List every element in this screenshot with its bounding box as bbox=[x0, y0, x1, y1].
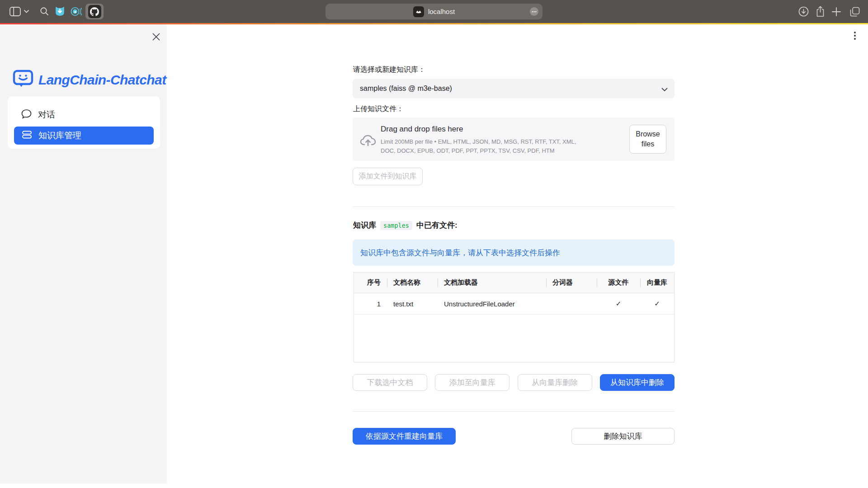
github-extension-button[interactable] bbox=[85, 4, 104, 19]
sidebar-item-label: 对话 bbox=[38, 109, 55, 121]
kb-select[interactable]: samples (faiss @ m3e-base) bbox=[353, 79, 675, 99]
add-files-to-kb-button[interactable]: 添加文件到知识库 bbox=[353, 168, 423, 185]
extension-cat-icon[interactable] bbox=[54, 5, 66, 18]
extension-circles-icon[interactable]: ★ bbox=[70, 5, 82, 18]
cell-index: 1 bbox=[354, 293, 387, 314]
browse-files-button[interactable]: Browse files bbox=[629, 125, 666, 154]
divider bbox=[353, 206, 675, 207]
kb-name-code: samples bbox=[380, 221, 412, 230]
delete-from-kb-button[interactable]: 从知识库中删除 bbox=[600, 374, 675, 391]
sidebar-nav: 对话 知识库管理 bbox=[8, 96, 160, 149]
github-icon bbox=[88, 5, 101, 18]
cell-name: test.txt bbox=[387, 293, 438, 314]
app-menu-kebab-icon[interactable] bbox=[850, 30, 860, 42]
dropzone-limit-text: Limit 200MB per file • EML, HTML, JSON, … bbox=[381, 137, 585, 155]
cell-source-check: ✓ bbox=[597, 293, 640, 314]
delete-kb-button[interactable]: 删除知识库 bbox=[571, 428, 675, 445]
address-bar[interactable]: localhost bbox=[326, 4, 542, 19]
remove-from-vector-store-button[interactable]: 从向量库删除 bbox=[518, 374, 592, 391]
dropzone-title: Drag and drop files here bbox=[381, 125, 463, 134]
app-logo: LangChain-Chatchat bbox=[13, 70, 166, 90]
col-header-name: 文档名称 bbox=[387, 272, 438, 293]
cell-vector-check: ✓ bbox=[640, 293, 674, 314]
files-heading: 知识库 samples 中已有文件: bbox=[353, 220, 458, 230]
sidebar-item-knowledge-base[interactable]: 知识库管理 bbox=[14, 127, 154, 145]
info-alert: 知识库中包含源文件与向量库，请从下表中选择文件后操作 bbox=[353, 239, 675, 266]
knowledge-base-icon bbox=[22, 130, 32, 142]
sidebar-item-label: 知识库管理 bbox=[38, 130, 81, 141]
files-heading-suffix: 中已有文件: bbox=[416, 220, 458, 230]
divider bbox=[353, 411, 675, 412]
logo-text: LangChain-Chatchat bbox=[38, 72, 166, 88]
svg-text:★: ★ bbox=[73, 10, 76, 14]
search-icon[interactable] bbox=[39, 6, 50, 17]
table-row[interactable]: 1 test.txt UnstructuredFileLoader ✓ ✓ bbox=[354, 293, 674, 314]
files-table-header: 序号 文档名称 文档加载器 分词器 源文件 向量库 bbox=[354, 272, 674, 293]
info-alert-text: 知识库中包含源文件与向量库，请从下表中选择文件后操作 bbox=[360, 248, 560, 258]
downloads-icon[interactable] bbox=[797, 0, 809, 23]
rebuild-vector-store-button[interactable]: 依据源文件重建向量库 bbox=[353, 428, 456, 445]
sidebar-close-button[interactable] bbox=[149, 30, 163, 43]
logo-chat-bubble-icon bbox=[13, 70, 33, 90]
chat-bubble-icon bbox=[21, 109, 32, 121]
file-action-buttons: 下载选中文档 添加至向量库 从向量库删除 从知识库中删除 bbox=[353, 374, 675, 391]
kb-select-label: 请选择或新建知识库： bbox=[353, 65, 425, 75]
chevron-down-icon[interactable] bbox=[24, 9, 29, 14]
col-header-source: 源文件 bbox=[597, 272, 640, 293]
url-text: localhost bbox=[428, 8, 455, 15]
cell-splitter bbox=[546, 293, 597, 314]
tab-overview-icon[interactable] bbox=[849, 0, 861, 23]
sidebar-item-chat[interactable]: 对话 bbox=[21, 107, 55, 122]
kb-select-value: samples (faiss @ m3e-base) bbox=[360, 84, 452, 93]
col-header-vector: 向量库 bbox=[640, 272, 674, 293]
files-table[interactable]: 序号 文档名称 文档加载器 分词器 源文件 向量库 1 test.txt Uns… bbox=[354, 272, 675, 362]
file-dropzone[interactable]: Drag and drop files here Limit 200MB per… bbox=[353, 117, 675, 161]
download-selected-button[interactable]: 下载选中文档 bbox=[353, 374, 427, 391]
chevron-down-icon bbox=[661, 85, 668, 94]
files-heading-prefix: 知识库 bbox=[353, 220, 376, 230]
col-header-index: 序号 bbox=[354, 272, 387, 293]
add-to-vector-store-button[interactable]: 添加至向量库 bbox=[435, 374, 509, 391]
sidebar: LangChain-Chatchat 对话 知识库管理 bbox=[0, 24, 167, 483]
cell-loader: UnstructuredFileLoader bbox=[438, 293, 546, 314]
share-icon[interactable] bbox=[814, 0, 826, 23]
sidebar-toggle-icon[interactable] bbox=[9, 6, 21, 17]
new-tab-icon[interactable] bbox=[830, 0, 842, 23]
streamlit-favicon bbox=[413, 6, 424, 17]
col-header-loader: 文档加载器 bbox=[438, 272, 546, 293]
upload-label: 上传知识文件： bbox=[353, 104, 404, 114]
col-header-splitter: 分词器 bbox=[546, 272, 597, 293]
address-options-icon[interactable] bbox=[530, 7, 538, 16]
app-page: LangChain-Chatchat 对话 知识库管理 bbox=[0, 24, 868, 488]
cloud-upload-icon bbox=[360, 133, 376, 150]
browser-toolbar: ★ localhost bbox=[0, 0, 868, 23]
